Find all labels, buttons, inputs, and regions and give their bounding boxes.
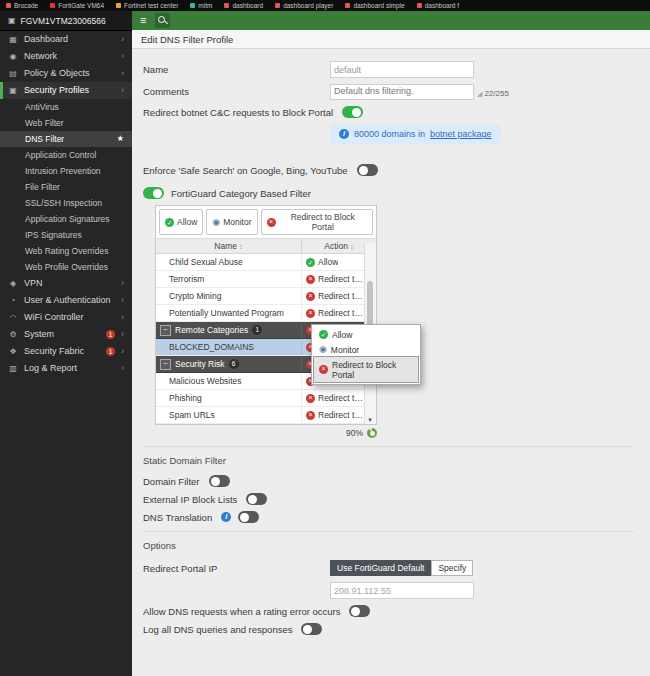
sidebar-item-application-control[interactable]: Application Control (0, 147, 132, 163)
table-row-terrorism[interactable]: Terrorism×Redirect to Bloc... (156, 271, 376, 288)
group-label: Security Risk (175, 359, 225, 369)
sidebar-item-web-filter[interactable]: Web Filter (0, 115, 132, 131)
block-icon: × (306, 275, 315, 284)
table-row-spam-urls[interactable]: Spam URLs×Redirect to Bloc... (156, 407, 376, 424)
block-icon: × (306, 411, 315, 420)
sidebar-item-network[interactable]: ◉Network› (0, 48, 132, 65)
name-input[interactable] (330, 61, 474, 78)
table-row-crypto-mining[interactable]: Crypto Mining×Redirect to Bloc... (156, 288, 376, 305)
sidebar-item-web-rating-overrides[interactable]: Web Rating Overrides (0, 243, 132, 259)
action-label: Allow (318, 257, 338, 267)
block-icon: × (306, 394, 315, 403)
sidebar-item-label: System (24, 329, 100, 340)
bookmark-dashboard-simple[interactable]: dashboard simple (345, 2, 404, 9)
security-icon: ▣ (8, 85, 18, 96)
sidebar-item-user-authentication[interactable]: ◔User & Authentication› (0, 292, 132, 309)
bookmark-label: mitm (198, 2, 212, 9)
options-section: Options Redirect Portal IP Use FortiGuar… (143, 531, 634, 635)
sidebar-item-ssl-ssh-inspection[interactable]: SSL/SSH Inspection (0, 195, 132, 211)
system-icon: ⚙ (8, 329, 18, 340)
search-button[interactable] (155, 13, 170, 28)
context-menu-monitor[interactable]: ◉Monitor (314, 342, 418, 357)
bookmark-mitm[interactable]: mitm (190, 2, 212, 9)
sidebar-subitem-label: AntiVirus (25, 102, 59, 112)
toolbar-monitor-button[interactable]: ◉Monitor (206, 209, 257, 235)
sidebar-subitem-label: Application Control (25, 150, 96, 160)
sidebar-item-application-signatures[interactable]: Application Signatures (0, 211, 132, 227)
chevron-right-icon: › (121, 295, 124, 306)
device-selector[interactable]: ▣ FGVM1VTM23006566 (0, 11, 132, 31)
external-ip-block-lists-label: External IP Block Lists (143, 494, 237, 505)
context-menu-redirect-to-block-portal[interactable]: ×Redirect to Block Portal (314, 357, 418, 382)
redirect-ip-input[interactable] (330, 582, 474, 599)
hamburger-menu-icon[interactable]: ≡ (140, 11, 146, 30)
notification-badge: 1 (106, 347, 115, 356)
bookmark-dashboard-f[interactable]: dashboard f (417, 2, 459, 9)
bookmark-icon (116, 3, 121, 8)
bookmark-fortigate-vm64[interactable]: FortiGate VM64 (50, 2, 104, 9)
sidebar-item-dns-filter[interactable]: DNS Filter★ (0, 131, 132, 147)
dns-translation-toggle[interactable] (238, 511, 259, 523)
sidebar-item-vpn[interactable]: ◈VPN› (0, 275, 132, 292)
category-filter-toggle[interactable] (143, 187, 164, 199)
button-label: Redirect to Block Portal (279, 212, 367, 232)
category-filter-row: FortiGuard Category Based Filter (143, 187, 650, 199)
monitor-icon: ◉ (319, 345, 327, 354)
specify-button[interactable]: Specify (431, 560, 473, 576)
sidebar-item-label: Security Fabric (24, 346, 100, 357)
action-label: Redirect to Bloc... (318, 274, 365, 284)
sidebar-item-wifi-controller[interactable]: ◠WiFi Controller› (0, 309, 132, 326)
allow-icon: ✓ (306, 258, 315, 267)
bookmark-icon (50, 3, 55, 8)
sidebar-subitem-label: Web Filter (25, 118, 64, 128)
sidebar-item-system[interactable]: ⚙System1› (0, 326, 132, 343)
safe-search-toggle[interactable] (357, 164, 378, 176)
bookmark-dashboard[interactable]: dashboard (224, 2, 263, 9)
sidebar-item-log-report[interactable]: ▥Log & Report› (0, 360, 132, 377)
sidebar-item-security-fabric[interactable]: ❖Security Fabric1› (0, 343, 132, 360)
sidebar-item-web-profile-overrides[interactable]: Web Profile Overrides (0, 259, 132, 275)
network-icon: ◉ (8, 51, 18, 62)
sidebar-item-ips-signatures[interactable]: IPS Signatures (0, 227, 132, 243)
bookmark-brocade[interactable]: Brocade (6, 2, 38, 9)
context-menu-allow[interactable]: ✓Allow (314, 327, 418, 342)
domain-filter-toggle[interactable] (209, 475, 230, 487)
sidebar-item-file-filter[interactable]: File Filter (0, 179, 132, 195)
bookmark-dashboard-player[interactable]: dashboard player (275, 2, 333, 9)
group-name-cell: −Remote Categories1 (156, 322, 302, 338)
sidebar-item-policy-objects[interactable]: ▤Policy & Objects› (0, 65, 132, 82)
sidebar-item-antivirus[interactable]: AntiVirus (0, 99, 132, 115)
toolbar-redirect-to-block-portal-button[interactable]: ×Redirect to Block Portal (261, 209, 373, 235)
log-all-dns-queries-and-responses-toggle[interactable] (301, 623, 322, 635)
sidebar-item-intrusion-prevention[interactable]: Intrusion Prevention (0, 163, 132, 179)
bookmark-label: dashboard player (283, 2, 333, 9)
chevron-right-icon: › (121, 363, 124, 374)
menu-item-label: Monitor (331, 345, 359, 355)
allow-dns-requests-when-a-rating-error-occurs-toggle[interactable] (349, 605, 370, 617)
bookmark-fortinet-test-center[interactable]: Fortinet test center (116, 2, 178, 9)
redirect-portal-row: Redirect Portal IP Use FortiGuard Defaul… (143, 560, 634, 576)
collapse-icon[interactable]: − (160, 359, 171, 370)
external-ip-block-lists-toggle[interactable] (246, 493, 267, 505)
context-menu: ✓Allow◉Monitor×Redirect to Block Portal (311, 324, 421, 385)
collapse-icon[interactable]: − (160, 325, 171, 336)
sidebar-item-dashboard[interactable]: ▦Dashboard› (0, 31, 132, 48)
sidebar-item-security-profiles[interactable]: ▣Security Profiles› (0, 82, 132, 99)
wifi-icon: ◠ (8, 312, 18, 323)
table-row-phishing[interactable]: Phishing×Redirect to Bloc... (156, 390, 376, 407)
vpn-icon: ◈ (8, 278, 18, 289)
column-header-name[interactable]: Name↕ (156, 239, 302, 253)
botnet-redirect-toggle[interactable] (342, 106, 363, 118)
botnet-package-link[interactable]: botnet package (430, 129, 492, 139)
toolbar-allow-button[interactable]: ✓Allow (159, 209, 203, 235)
comments-input[interactable]: Default dns filtering. (330, 84, 474, 100)
scroll-down-arrow[interactable]: ▾ (365, 416, 375, 424)
resize-handle-icon[interactable]: ◢ (477, 90, 482, 98)
device-hostname: FGVM1VTM23006566 (21, 16, 106, 26)
table-row-child-sexual-abuse[interactable]: Child Sexual Abuse✓Allow (156, 254, 376, 271)
sidebar: ▣ FGVM1VTM23006566 ▦Dashboard›◉Network›▤… (0, 11, 132, 676)
button-label: Allow (177, 217, 197, 227)
use-fortiguard-default-button[interactable]: Use FortiGuard Default (330, 560, 431, 576)
table-row-potentially-unwanted-program[interactable]: Potentially Unwanted Program×Redirect to… (156, 305, 376, 322)
sidebar-nav: ▦Dashboard›◉Network›▤Policy & Objects›▣S… (0, 31, 132, 377)
